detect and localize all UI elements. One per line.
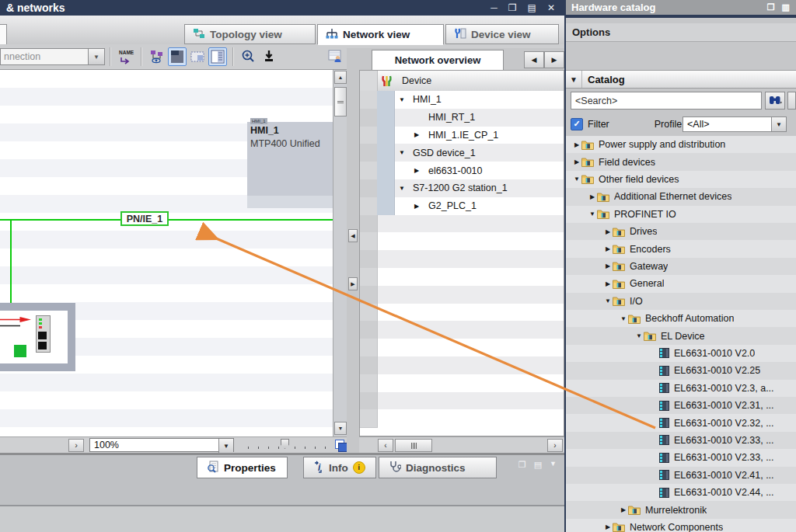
options-section-header[interactable]: Options: [566, 23, 796, 42]
catalog-tree-item[interactable]: ▶Additional Ethernet devices: [566, 188, 796, 205]
catalog-tree-item[interactable]: EL6631-0010 V2.33, ...: [566, 449, 796, 466]
panel-splitter[interactable]: [347, 48, 359, 452]
catalog-tree-item[interactable]: EL6631-0010 V2.41, ...: [566, 467, 796, 484]
minimize-icon[interactable]: ─: [491, 1, 498, 15]
columns-icon[interactable]: ▥: [782, 2, 790, 12]
tab-network-view[interactable]: Network view: [317, 24, 444, 45]
restore-icon[interactable]: ❐: [767, 2, 775, 12]
expander-icon[interactable]: ▼: [588, 210, 597, 217]
expand-button[interactable]: ›: [68, 439, 84, 452]
catalog-tree-item[interactable]: ▶Gateway: [566, 258, 796, 275]
zoom-icon[interactable]: [239, 47, 258, 66]
import-icon[interactable]: [260, 47, 278, 66]
search-extra-button[interactable]: [787, 92, 796, 110]
expander-icon[interactable]: ▶: [414, 127, 419, 144]
overview-row[interactable]: ▼S7-1200 G2 station_1: [360, 179, 564, 197]
overview-row[interactable]: ▼HMI_1: [360, 91, 564, 109]
catalog-section-header[interactable]: ▼ Catalog: [566, 70, 796, 89]
expander-icon[interactable]: ▼: [634, 332, 644, 339]
catalog-tree-item[interactable]: ▶General: [566, 275, 796, 292]
overview-row[interactable]: ▶HMI_1.IE_CP_1: [360, 127, 564, 144]
zoom-level-dropdown[interactable]: 100% ▼: [89, 438, 234, 452]
expander-icon[interactable]: ▼: [603, 297, 613, 304]
tab-network-overview[interactable]: Network overview: [372, 50, 504, 70]
scroll-left-icon[interactable]: ‹: [378, 439, 393, 452]
catalog-tree-item[interactable]: EL6631-0010 V2.33, ...: [566, 432, 796, 449]
tab-scroll-right-icon[interactable]: ▶: [544, 51, 564, 68]
collapse-left-icon[interactable]: ◀: [348, 229, 358, 242]
expander-icon[interactable]: ▶: [414, 197, 419, 215]
catalog-tree-item[interactable]: ▶Network Components: [566, 519, 796, 532]
tab-device-view[interactable]: Device view: [445, 24, 559, 44]
hardware-catalog-titlebar[interactable]: Hardware catalog ❐▥: [566, 0, 796, 15]
tab-info[interactable]: iInfoi: [303, 457, 376, 478]
chevron-down-icon[interactable]: ▼: [566, 71, 582, 88]
scroll-up-icon[interactable]: ▲: [334, 71, 347, 84]
columns-icon[interactable]: [208, 47, 227, 66]
partial-tab[interactable]: [0, 24, 7, 47]
overview-row[interactable]: ▶el6631-0010: [360, 162, 564, 179]
catalog-tree-item[interactable]: EL6631-0010 V2.44, ...: [566, 484, 796, 501]
catalog-tree-item[interactable]: EL6631-0010 V2.32, ...: [566, 414, 796, 431]
overview-row[interactable]: HMI_RT_1: [360, 109, 564, 127]
chevron-down-icon[interactable]: ▼: [218, 439, 233, 453]
expander-icon[interactable]: ▶: [603, 228, 613, 235]
scroll-thumb[interactable]: [395, 439, 432, 452]
restore-icon[interactable]: ❐: [508, 1, 517, 15]
gsd-device[interactable]: [0, 303, 75, 371]
expander-icon[interactable]: ▼: [572, 176, 581, 183]
expander-icon[interactable]: ▶: [603, 263, 613, 269]
close-icon[interactable]: ✕: [547, 1, 555, 15]
catalog-search-input[interactable]: <Search>: [571, 92, 762, 110]
hmi-device[interactable]: HMI_1 HMI_1 MTP400 Unified: [247, 122, 333, 208]
expander-icon[interactable]: ▶: [603, 523, 613, 530]
network-canvas[interactable]: PN/IE_1 HMI_1 HMI_1 MTP400 Unified: [0, 70, 333, 436]
catalog-tree-item[interactable]: ▼PROFINET IO: [566, 206, 796, 223]
expander-icon[interactable]: ▶: [603, 245, 613, 252]
collapse-right-icon[interactable]: ▶: [348, 277, 358, 290]
search-button[interactable]: [765, 92, 785, 110]
chevron-down-icon[interactable]: ▼: [88, 49, 104, 64]
expander-icon[interactable]: ▼: [619, 315, 628, 322]
catalog-tree-item[interactable]: ▶Encoders: [566, 240, 796, 257]
expander-icon[interactable]: ▶: [619, 506, 628, 513]
catalog-tree-item[interactable]: ▼Other field devices: [566, 171, 796, 188]
page-person-icon[interactable]: [326, 47, 344, 66]
zoom-slider[interactable]: [246, 439, 330, 451]
network-visibility-icon[interactable]: [148, 47, 166, 66]
scroll-right-icon[interactable]: ›: [547, 439, 563, 452]
catalog-tree-item[interactable]: ▼I/O: [566, 293, 796, 310]
panes-icon[interactable]: ▤: [528, 1, 536, 15]
overview-row[interactable]: ▼GSD device_1: [360, 144, 564, 162]
grid-icon[interactable]: [188, 47, 207, 66]
subnet-label[interactable]: PN/IE_1: [120, 211, 169, 226]
catalog-tree-item[interactable]: ▶Field devices: [566, 153, 796, 170]
catalog-tree-item[interactable]: ▶Murrelektronik: [566, 501, 796, 518]
catalog-tree-item[interactable]: ▼Beckhoff Automation: [566, 310, 796, 327]
filter-checkbox[interactable]: ✓: [571, 118, 583, 130]
canvas-vscrollbar[interactable]: ▲ ▼: [333, 70, 347, 436]
catalog-tree-item[interactable]: EL6631-0010 V2.3, a...: [566, 380, 796, 397]
expander-icon[interactable]: ▼: [399, 144, 405, 162]
expander-icon[interactable]: ▶: [588, 193, 597, 200]
overview-header[interactable]: Device: [360, 71, 564, 92]
expander-icon[interactable]: ▶: [572, 158, 581, 165]
catalog-tree-item[interactable]: EL6631-0010 V2.25: [566, 362, 796, 379]
page-layout-icon[interactable]: [168, 47, 187, 66]
catalog-tree-item[interactable]: ▼EL Device: [566, 327, 796, 344]
catalog-tree-item[interactable]: EL6631-0010 V2.0: [566, 345, 796, 362]
rows-icon[interactable]: ▤: [534, 460, 542, 470]
expander-icon[interactable]: ▶: [603, 280, 613, 287]
expander-icon[interactable]: ▶: [572, 141, 581, 148]
tab-diagnostics[interactable]: Diagnostics: [379, 457, 497, 478]
connection-type-dropdown[interactable]: nnection ▼: [0, 48, 105, 65]
expander-icon[interactable]: ▶: [414, 162, 419, 179]
tab-topology-view[interactable]: Topology view: [184, 24, 316, 44]
overview-row[interactable]: ▶G2_PLC_1: [360, 197, 564, 215]
expander-icon[interactable]: ▼: [399, 179, 405, 197]
zoom-slider-handle[interactable]: [281, 439, 289, 449]
catalog-tree-item[interactable]: ▶Power supply and distribution: [566, 136, 796, 153]
profile-dropdown[interactable]: <All> ▼: [683, 116, 787, 132]
tab-properties[interactable]: Properties: [197, 457, 288, 478]
catalog-tree-item[interactable]: ▶Drives: [566, 223, 796, 240]
